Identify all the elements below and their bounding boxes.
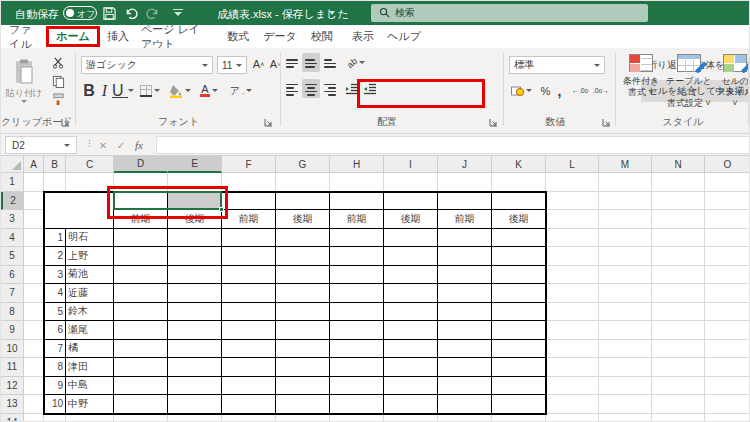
cell-I13[interactable] [384, 395, 438, 414]
cell-D9[interactable] [114, 321, 168, 340]
column-header-C[interactable]: C [66, 156, 114, 173]
font-name-combo[interactable]: 游ゴシック [81, 56, 213, 74]
cell-O1[interactable] [705, 173, 750, 192]
name-box[interactable]: D2 [5, 136, 77, 154]
insert-function-button[interactable]: fx [131, 137, 147, 153]
cell-M4[interactable] [599, 229, 652, 248]
row-header-13[interactable]: 13 [1, 395, 24, 414]
column-header-J[interactable]: J [438, 156, 492, 173]
cell-D10[interactable] [114, 340, 168, 359]
cell-E8[interactable] [168, 303, 222, 322]
cell-M2[interactable] [599, 192, 652, 211]
cell-E9[interactable] [168, 321, 222, 340]
cell-G1[interactable] [276, 173, 330, 192]
cell-J13[interactable] [438, 395, 492, 414]
cell-C14[interactable] [66, 414, 114, 422]
align-center-button[interactable] [302, 79, 320, 98]
cell-G14[interactable] [276, 414, 330, 422]
cell-M5[interactable] [599, 247, 652, 266]
cell-N8[interactable] [652, 303, 705, 322]
cell-J12[interactable] [438, 377, 492, 396]
cell-O7[interactable] [705, 284, 750, 303]
cell-M14[interactable] [599, 414, 652, 422]
cell-C9[interactable]: 瀬尾 [66, 321, 114, 340]
cell-L2[interactable] [546, 192, 599, 211]
formula-input[interactable] [156, 136, 750, 154]
row-header-11[interactable]: 11 [1, 358, 24, 377]
decrease-decimal-button[interactable]: .00→ [591, 81, 611, 100]
cell-D7[interactable] [114, 284, 168, 303]
cell-E10[interactable] [168, 340, 222, 359]
cell-A9[interactable] [24, 321, 44, 340]
cell-B5[interactable]: 2 [44, 247, 66, 266]
cell-E11[interactable] [168, 358, 222, 377]
fill-color-button[interactable] [167, 80, 193, 101]
row-header-14[interactable]: 14 [1, 414, 24, 422]
cell-D1[interactable] [114, 173, 168, 192]
cell-A13[interactable] [24, 395, 44, 414]
column-header-A[interactable]: A [24, 156, 44, 173]
cell-F10[interactable] [222, 340, 276, 359]
cell-F12[interactable] [222, 377, 276, 396]
cell-B13[interactable]: 10 [44, 395, 66, 414]
cell-C1[interactable] [66, 173, 114, 192]
cell-J10[interactable] [438, 340, 492, 359]
column-header-N[interactable]: N [652, 156, 705, 173]
cell-L3[interactable] [546, 210, 599, 229]
column-header-E[interactable]: E [168, 156, 222, 173]
row-header-2[interactable]: 2 [1, 192, 24, 211]
cell-B1[interactable] [44, 173, 66, 192]
cell-L9[interactable] [546, 321, 599, 340]
cell-F4[interactable] [222, 229, 276, 248]
percent-style-button[interactable]: % [538, 81, 553, 100]
cell-H9[interactable] [330, 321, 384, 340]
cell-G3[interactable]: 後期 [276, 210, 330, 229]
tab-5[interactable]: データ [259, 25, 301, 48]
cell-N9[interactable] [652, 321, 705, 340]
cell-B4[interactable]: 1 [44, 229, 66, 248]
cell-D3[interactable]: 前期 [114, 210, 168, 229]
cell-F11[interactable] [222, 358, 276, 377]
cell-N4[interactable] [652, 229, 705, 248]
increase-decimal-button[interactable]: ←.00 [570, 81, 590, 100]
cell-J11[interactable] [438, 358, 492, 377]
cell-B9[interactable]: 6 [44, 321, 66, 340]
cell-A10[interactable] [24, 340, 44, 359]
tab-4[interactable]: 数式 [219, 25, 257, 48]
cell-B12[interactable]: 9 [44, 377, 66, 396]
cell-L6[interactable] [546, 266, 599, 285]
comma-style-button[interactable]: , [554, 81, 565, 100]
cell-L4[interactable] [546, 229, 599, 248]
cell-I14[interactable] [384, 414, 438, 422]
cell-H6[interactable] [330, 266, 384, 285]
conditional-formatting-button[interactable]: 条件付き 書式 ˅ [617, 51, 665, 113]
accounting-format-button[interactable] [508, 81, 534, 100]
cell-A5[interactable] [24, 247, 44, 266]
cell-N6[interactable] [652, 266, 705, 285]
cell-C13[interactable]: 中野 [66, 395, 114, 414]
cell-O4[interactable] [705, 229, 750, 248]
cell-A7[interactable] [24, 284, 44, 303]
cell-O12[interactable] [705, 377, 750, 396]
row-header-10[interactable]: 10 [1, 340, 24, 359]
cell-H4[interactable] [330, 229, 384, 248]
cell-A4[interactable] [24, 229, 44, 248]
cell-I5[interactable] [384, 247, 438, 266]
search-input[interactable]: 検索 [371, 4, 648, 22]
tab-3[interactable]: ページ レイアウト [137, 25, 213, 48]
cell-B6[interactable]: 3 [44, 266, 66, 285]
row-header-6[interactable]: 6 [1, 266, 24, 285]
cell-E1[interactable] [168, 173, 222, 192]
cell-E6[interactable] [168, 266, 222, 285]
cell-I4[interactable] [384, 229, 438, 248]
cell-A12[interactable] [24, 377, 44, 396]
cell-L14[interactable] [546, 414, 599, 422]
cell-F8[interactable] [222, 303, 276, 322]
cell-I10[interactable] [384, 340, 438, 359]
cell-J5[interactable] [438, 247, 492, 266]
align-top-button[interactable] [283, 53, 301, 72]
cell-N1[interactable] [652, 173, 705, 192]
cell-G2[interactable] [276, 192, 330, 211]
cell-O9[interactable] [705, 321, 750, 340]
formula-bar-resize-handle[interactable]: ⋮ [85, 138, 94, 148]
